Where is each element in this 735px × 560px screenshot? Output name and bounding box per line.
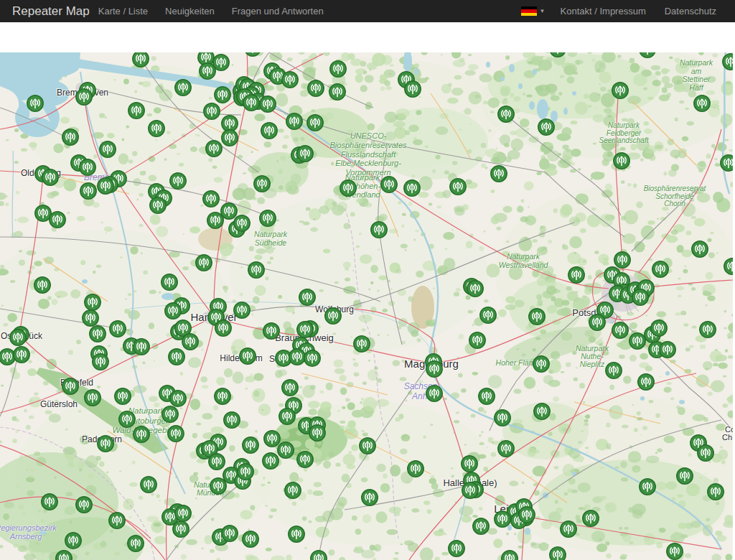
repeater-marker[interactable]	[13, 346, 30, 363]
repeater-marker[interactable]	[207, 212, 224, 229]
repeater-marker[interactable]	[244, 52, 261, 57]
repeater-marker[interactable]	[223, 411, 240, 429]
repeater-marker[interactable]	[205, 140, 223, 157]
repeater-marker[interactable]	[97, 435, 114, 452]
repeater-marker[interactable]	[582, 510, 599, 527]
repeater-marker[interactable]	[568, 266, 585, 284]
repeater-marker[interactable]	[133, 426, 150, 443]
repeater-marker[interactable]	[407, 460, 424, 477]
repeater-marker[interactable]	[361, 489, 378, 506]
repeater-marker[interactable]	[478, 388, 495, 405]
repeater-marker[interactable]	[133, 338, 150, 355]
repeater-marker[interactable]	[613, 152, 630, 169]
repeater-marker[interactable]	[84, 389, 101, 406]
repeater-marker[interactable]	[560, 521, 577, 538]
repeater-marker[interactable]	[462, 482, 479, 499]
repeater-marker[interactable]	[639, 478, 656, 495]
repeater-marker[interactable]	[109, 320, 126, 337]
repeater-marker[interactable]	[612, 322, 629, 339]
repeater-marker[interactable]	[310, 550, 327, 560]
repeater-marker[interactable]	[108, 512, 126, 529]
repeater-marker[interactable]	[306, 114, 324, 131]
repeater-marker[interactable]	[359, 437, 376, 454]
repeater-marker[interactable]	[324, 307, 342, 325]
repeater-marker[interactable]	[639, 52, 656, 58]
repeater-marker[interactable]	[296, 451, 314, 468]
german-flag-icon[interactable]	[521, 6, 537, 16]
chevron-down-icon[interactable]: ▼	[540, 8, 546, 14]
repeater-marker[interactable]	[79, 159, 96, 176]
repeater-marker[interactable]	[296, 321, 314, 338]
repeater-marker[interactable]	[210, 477, 227, 495]
repeater-marker[interactable]	[55, 550, 72, 560]
repeater-marker[interactable]	[479, 307, 497, 324]
repeater-marker[interactable]	[549, 546, 566, 560]
repeater-marker[interactable]	[353, 335, 370, 353]
repeater-marker[interactable]	[449, 178, 467, 195]
repeater-marker[interactable]	[691, 241, 708, 258]
repeater-marker[interactable]	[172, 521, 189, 538]
repeater-marker[interactable]	[261, 122, 278, 139]
repeater-marker[interactable]	[99, 141, 116, 158]
repeater-marker[interactable]	[549, 52, 566, 57]
repeater-marker[interactable]	[164, 302, 182, 319]
repeater-marker[interactable]	[132, 52, 149, 67]
repeater-marker[interactable]	[676, 467, 693, 485]
repeater-marker[interactable]	[281, 379, 299, 396]
repeater-marker[interactable]	[329, 83, 346, 101]
repeater-marker[interactable]	[448, 540, 465, 557]
repeater-marker[interactable]	[97, 177, 114, 195]
repeater-marker[interactable]	[722, 53, 733, 70]
repeater-marker[interactable]	[262, 452, 279, 470]
repeater-marker[interactable]	[426, 385, 443, 402]
repeater-marker[interactable]	[494, 409, 511, 426]
repeater-marker[interactable]	[215, 319, 232, 337]
repeater-marker[interactable]	[114, 388, 131, 405]
repeater-marker[interactable]	[494, 510, 511, 528]
repeater-marker[interactable]	[538, 118, 555, 136]
repeater-marker[interactable]	[426, 360, 443, 378]
repeater-marker[interactable]	[128, 102, 145, 119]
repeater-marker[interactable]	[652, 261, 669, 278]
repeater-marker[interactable]	[242, 531, 259, 548]
repeater-marker[interactable]	[288, 526, 305, 543]
repeater-marker[interactable]	[329, 60, 347, 78]
repeater-marker[interactable]	[174, 505, 192, 522]
repeater-marker[interactable]	[243, 94, 260, 111]
repeater-marker[interactable]	[82, 309, 99, 327]
repeater-marker[interactable]	[659, 341, 676, 358]
repeater-marker[interactable]	[469, 332, 486, 349]
repeater-marker[interactable]	[49, 211, 66, 228]
repeater-marker[interactable]	[248, 261, 265, 279]
repeater-marker[interactable]	[533, 403, 551, 420]
repeater-marker[interactable]	[518, 506, 535, 523]
repeater-marker[interactable]	[263, 322, 280, 340]
repeater-marker[interactable]	[62, 129, 79, 146]
repeater-marker[interactable]	[284, 482, 301, 499]
repeater-marker[interactable]	[304, 350, 321, 367]
map[interactable]: BremerhavenOldenburgOsnabrückHannoverWol…	[0, 52, 733, 560]
nav-karte-liste[interactable]: Karte / Liste	[98, 6, 148, 17]
repeater-marker[interactable]	[697, 444, 714, 462]
repeater-marker[interactable]	[404, 80, 421, 98]
repeater-marker[interactable]	[296, 145, 314, 162]
repeater-marker[interactable]	[632, 289, 649, 306]
repeater-marker[interactable]	[528, 308, 546, 325]
repeater-marker[interactable]	[89, 325, 106, 342]
repeater-marker[interactable]	[259, 210, 276, 227]
repeater-marker[interactable]	[202, 190, 220, 207]
repeater-marker[interactable]	[309, 424, 326, 442]
brand[interactable]: Repeater Map	[12, 4, 90, 19]
repeater-marker[interactable]	[65, 532, 82, 549]
repeater-marker[interactable]	[221, 525, 238, 542]
repeater-marker[interactable]	[168, 348, 185, 365]
repeater-marker[interactable]	[637, 373, 655, 391]
repeater-marker[interactable]	[42, 169, 59, 186]
repeater-marker[interactable]	[589, 314, 606, 331]
repeater-marker[interactable]	[370, 221, 388, 238]
repeater-marker[interactable]	[299, 289, 316, 306]
repeater-marker[interactable]	[92, 353, 109, 370]
repeater-marker[interactable]	[169, 172, 187, 190]
repeater-marker[interactable]	[278, 408, 296, 425]
repeater-marker[interactable]	[666, 543, 683, 560]
